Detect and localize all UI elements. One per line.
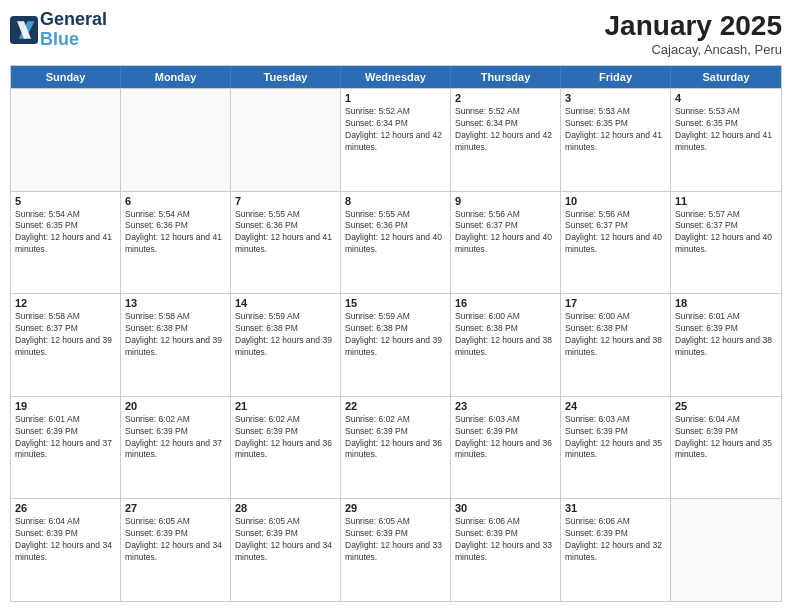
day-header-saturday: Saturday	[671, 66, 781, 88]
day-info: Sunrise: 6:03 AMSunset: 6:39 PMDaylight:…	[455, 414, 556, 462]
day-number: 25	[675, 400, 777, 412]
day-number: 29	[345, 502, 446, 514]
day-headers: SundayMondayTuesdayWednesdayThursdayFrid…	[11, 66, 781, 88]
day-cell: 24Sunrise: 6:03 AMSunset: 6:39 PMDayligh…	[561, 397, 671, 499]
day-number: 11	[675, 195, 777, 207]
week-row-3: 12Sunrise: 5:58 AMSunset: 6:37 PMDayligh…	[11, 293, 781, 396]
day-info: Sunrise: 6:04 AMSunset: 6:39 PMDaylight:…	[675, 414, 777, 462]
day-number: 24	[565, 400, 666, 412]
day-number: 14	[235, 297, 336, 309]
day-number: 22	[345, 400, 446, 412]
logo-icon	[10, 16, 38, 44]
day-info: Sunrise: 5:53 AMSunset: 6:35 PMDaylight:…	[675, 106, 777, 154]
day-number: 16	[455, 297, 556, 309]
day-info: Sunrise: 6:01 AMSunset: 6:39 PMDaylight:…	[15, 414, 116, 462]
day-info: Sunrise: 6:06 AMSunset: 6:39 PMDaylight:…	[565, 516, 666, 564]
logo-line2: Blue	[40, 30, 107, 50]
day-cell: 3Sunrise: 5:53 AMSunset: 6:35 PMDaylight…	[561, 89, 671, 191]
day-info: Sunrise: 6:00 AMSunset: 6:38 PMDaylight:…	[455, 311, 556, 359]
day-number: 23	[455, 400, 556, 412]
day-info: Sunrise: 6:03 AMSunset: 6:39 PMDaylight:…	[565, 414, 666, 462]
day-number: 12	[15, 297, 116, 309]
day-header-friday: Friday	[561, 66, 671, 88]
day-header-monday: Monday	[121, 66, 231, 88]
title-block: January 2025 Cajacay, Ancash, Peru	[605, 10, 782, 57]
day-info: Sunrise: 6:00 AMSunset: 6:38 PMDaylight:…	[565, 311, 666, 359]
logo: General Blue	[10, 10, 107, 50]
day-info: Sunrise: 5:56 AMSunset: 6:37 PMDaylight:…	[565, 209, 666, 257]
day-number: 27	[125, 502, 226, 514]
day-number: 2	[455, 92, 556, 104]
week-row-4: 19Sunrise: 6:01 AMSunset: 6:39 PMDayligh…	[11, 396, 781, 499]
day-number: 8	[345, 195, 446, 207]
day-number: 20	[125, 400, 226, 412]
week-row-5: 26Sunrise: 6:04 AMSunset: 6:39 PMDayligh…	[11, 498, 781, 601]
day-number: 21	[235, 400, 336, 412]
day-cell: 13Sunrise: 5:58 AMSunset: 6:38 PMDayligh…	[121, 294, 231, 396]
day-info: Sunrise: 6:01 AMSunset: 6:39 PMDaylight:…	[675, 311, 777, 359]
day-cell: 17Sunrise: 6:00 AMSunset: 6:38 PMDayligh…	[561, 294, 671, 396]
day-cell: 21Sunrise: 6:02 AMSunset: 6:39 PMDayligh…	[231, 397, 341, 499]
day-number: 1	[345, 92, 446, 104]
day-cell: 28Sunrise: 6:05 AMSunset: 6:39 PMDayligh…	[231, 499, 341, 601]
day-info: Sunrise: 6:02 AMSunset: 6:39 PMDaylight:…	[235, 414, 336, 462]
day-number: 19	[15, 400, 116, 412]
day-cell: 19Sunrise: 6:01 AMSunset: 6:39 PMDayligh…	[11, 397, 121, 499]
header: General Blue January 2025 Cajacay, Ancas…	[10, 10, 782, 57]
day-header-wednesday: Wednesday	[341, 66, 451, 88]
day-cell: 5Sunrise: 5:54 AMSunset: 6:35 PMDaylight…	[11, 192, 121, 294]
day-cell: 22Sunrise: 6:02 AMSunset: 6:39 PMDayligh…	[341, 397, 451, 499]
day-cell: 26Sunrise: 6:04 AMSunset: 6:39 PMDayligh…	[11, 499, 121, 601]
day-cell: 9Sunrise: 5:56 AMSunset: 6:37 PMDaylight…	[451, 192, 561, 294]
day-number: 28	[235, 502, 336, 514]
day-cell: 18Sunrise: 6:01 AMSunset: 6:39 PMDayligh…	[671, 294, 781, 396]
day-cell: 6Sunrise: 5:54 AMSunset: 6:36 PMDaylight…	[121, 192, 231, 294]
day-cell: 25Sunrise: 6:04 AMSunset: 6:39 PMDayligh…	[671, 397, 781, 499]
day-info: Sunrise: 5:53 AMSunset: 6:35 PMDaylight:…	[565, 106, 666, 154]
day-info: Sunrise: 5:56 AMSunset: 6:37 PMDaylight:…	[455, 209, 556, 257]
day-number: 10	[565, 195, 666, 207]
day-cell: 20Sunrise: 6:02 AMSunset: 6:39 PMDayligh…	[121, 397, 231, 499]
day-number: 15	[345, 297, 446, 309]
day-cell: 14Sunrise: 5:59 AMSunset: 6:38 PMDayligh…	[231, 294, 341, 396]
day-number: 5	[15, 195, 116, 207]
day-info: Sunrise: 6:02 AMSunset: 6:39 PMDaylight:…	[345, 414, 446, 462]
day-cell	[121, 89, 231, 191]
day-cell: 31Sunrise: 6:06 AMSunset: 6:39 PMDayligh…	[561, 499, 671, 601]
day-info: Sunrise: 5:54 AMSunset: 6:36 PMDaylight:…	[125, 209, 226, 257]
day-cell: 1Sunrise: 5:52 AMSunset: 6:34 PMDaylight…	[341, 89, 451, 191]
day-info: Sunrise: 6:04 AMSunset: 6:39 PMDaylight:…	[15, 516, 116, 564]
day-cell: 30Sunrise: 6:06 AMSunset: 6:39 PMDayligh…	[451, 499, 561, 601]
day-info: Sunrise: 6:05 AMSunset: 6:39 PMDaylight:…	[235, 516, 336, 564]
day-header-tuesday: Tuesday	[231, 66, 341, 88]
logo-text: General Blue	[40, 10, 107, 50]
day-info: Sunrise: 5:55 AMSunset: 6:36 PMDaylight:…	[235, 209, 336, 257]
calendar-container: General Blue January 2025 Cajacay, Ancas…	[0, 0, 792, 612]
day-info: Sunrise: 6:06 AMSunset: 6:39 PMDaylight:…	[455, 516, 556, 564]
day-number: 13	[125, 297, 226, 309]
day-info: Sunrise: 5:55 AMSunset: 6:36 PMDaylight:…	[345, 209, 446, 257]
day-number: 7	[235, 195, 336, 207]
day-number: 18	[675, 297, 777, 309]
weeks: 1Sunrise: 5:52 AMSunset: 6:34 PMDaylight…	[11, 88, 781, 601]
day-cell	[231, 89, 341, 191]
day-cell: 11Sunrise: 5:57 AMSunset: 6:37 PMDayligh…	[671, 192, 781, 294]
day-info: Sunrise: 6:05 AMSunset: 6:39 PMDaylight:…	[125, 516, 226, 564]
day-number: 17	[565, 297, 666, 309]
day-info: Sunrise: 5:58 AMSunset: 6:37 PMDaylight:…	[15, 311, 116, 359]
day-number: 30	[455, 502, 556, 514]
day-cell: 8Sunrise: 5:55 AMSunset: 6:36 PMDaylight…	[341, 192, 451, 294]
day-info: Sunrise: 5:52 AMSunset: 6:34 PMDaylight:…	[345, 106, 446, 154]
day-cell: 16Sunrise: 6:00 AMSunset: 6:38 PMDayligh…	[451, 294, 561, 396]
week-row-1: 1Sunrise: 5:52 AMSunset: 6:34 PMDaylight…	[11, 88, 781, 191]
day-number: 6	[125, 195, 226, 207]
day-header-sunday: Sunday	[11, 66, 121, 88]
day-cell: 2Sunrise: 5:52 AMSunset: 6:34 PMDaylight…	[451, 89, 561, 191]
day-header-thursday: Thursday	[451, 66, 561, 88]
week-row-2: 5Sunrise: 5:54 AMSunset: 6:35 PMDaylight…	[11, 191, 781, 294]
day-number: 26	[15, 502, 116, 514]
day-info: Sunrise: 6:05 AMSunset: 6:39 PMDaylight:…	[345, 516, 446, 564]
day-cell: 10Sunrise: 5:56 AMSunset: 6:37 PMDayligh…	[561, 192, 671, 294]
day-cell: 12Sunrise: 5:58 AMSunset: 6:37 PMDayligh…	[11, 294, 121, 396]
month-year: January 2025	[605, 10, 782, 42]
